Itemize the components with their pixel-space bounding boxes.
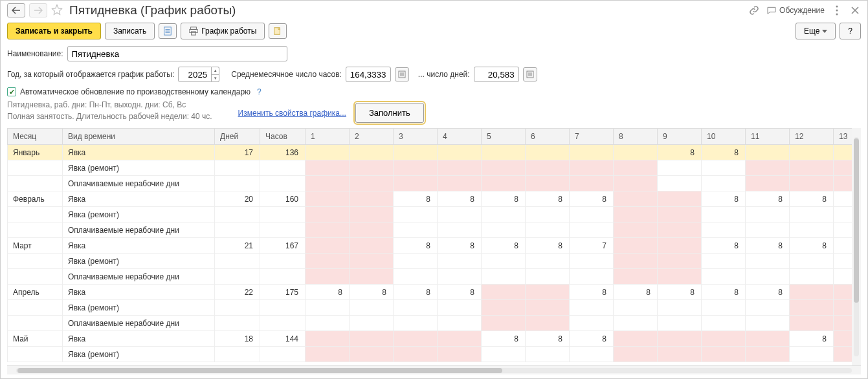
auto-update-checkbox[interactable]: ✔ [7,87,16,96]
col-header-hours[interactable]: Часов [260,129,306,145]
print-schedule-label: График работы [201,27,256,36]
col-header-day[interactable]: 8 [614,129,658,145]
table-row[interactable]: Оплачиваемые нерабочие дни [8,316,862,331]
table-row[interactable]: Явка (ремонт) [8,347,862,362]
favorite-star-icon[interactable] [51,4,63,17]
col-header-month[interactable]: Месяц [8,129,63,145]
nav-back-button[interactable] [7,3,25,17]
table-row[interactable]: Оплачиваемые нерабочие дни [8,176,862,191]
avg-hours-label: Среднемесячное число часов: [231,70,342,79]
name-label: Наименование: [7,49,63,58]
table-row[interactable]: МартЯвка21167888878888 [8,238,862,254]
svg-rect-8 [190,29,197,32]
name-input[interactable] [67,46,287,61]
vertical-scrollbar[interactable] [852,128,861,365]
table-row[interactable]: ЯнварьЯвка1713688 [8,145,862,160]
avg-days-value[interactable] [474,67,519,82]
svg-point-2 [836,14,838,16]
table-row[interactable]: Явка (ремонт) [8,207,862,222]
table-row[interactable]: АпрельЯвка22175888888888 [8,285,862,300]
schedule-info: Пятидневка, раб. дни: Пн-Пт, выходн. дни… [7,99,212,122]
col-header-day[interactable]: 10 [702,129,746,145]
fill-button[interactable]: Заполнить [355,103,424,123]
save-button[interactable]: Записать [105,23,155,39]
table-row[interactable]: Явка (ремонт) [8,300,862,316]
save-close-button[interactable]: Записать и закрыть [7,23,101,39]
svg-rect-9 [192,32,196,35]
page-title: Пятидневка (График работы) [69,3,236,17]
col-header-day[interactable]: 12 [790,129,834,145]
col-header-day[interactable]: 6 [526,129,570,145]
print-schedule-button[interactable]: График работы [181,23,265,39]
calc-days-button[interactable] [523,67,537,81]
col-header-day[interactable]: 4 [438,129,482,145]
svg-point-1 [836,10,838,12]
svg-rect-7 [191,27,197,30]
col-header-day[interactable]: 2 [350,129,394,145]
year-spinner[interactable]: ▲▼ [212,67,219,82]
col-header-day[interactable]: 5 [482,129,526,145]
more-label: Еще [804,27,819,36]
horizontal-scrollbar[interactable] [7,365,861,374]
table-row[interactable]: Оплачиваемые нерабочие дни [8,222,862,238]
nav-forward-button[interactable] [29,3,47,17]
table-row[interactable]: Явка (ремонт) [8,160,862,176]
change-properties-link[interactable]: Изменить свойства графика... [238,109,346,118]
col-header-day[interactable]: 1 [306,129,350,145]
year-label: Год, за который отображается график рабо… [7,70,174,79]
calc-hours-button[interactable] [395,67,409,81]
attachment-button[interactable] [269,23,287,39]
schedule-table[interactable]: МесяцВид времениДнейЧасов123456789101112… [7,128,861,362]
col-header-day[interactable]: 7 [570,129,614,145]
help-button[interactable]: ? [840,23,861,39]
help-link[interactable]: ? [257,87,262,96]
table-row[interactable]: МайЯвка181448888 [8,331,862,347]
discuss-label: Обсуждение [779,6,825,15]
avg-hours-value[interactable] [346,67,391,82]
link-icon[interactable] [748,5,760,16]
list-button[interactable] [159,23,177,39]
table-row[interactable]: ФевральЯвка20160888888888 [8,191,862,207]
auto-update-label: Автоматическое обновление по производств… [20,87,250,96]
table-row[interactable]: Явка (ремонт) [8,254,862,269]
table-row[interactable]: Оплачиваемые нерабочие дни [8,269,862,285]
close-icon[interactable] [849,5,861,16]
col-header-type[interactable]: Вид времени [63,129,215,145]
col-header-day[interactable]: 3 [394,129,438,145]
year-input[interactable] [178,67,212,82]
discuss-button[interactable]: Обсуждение [766,5,825,16]
col-header-day[interactable]: 9 [658,129,702,145]
avg-days-label: ... число дней: [418,70,470,79]
svg-point-0 [836,6,838,8]
more-button[interactable]: Еще [796,23,836,39]
col-header-day[interactable]: 11 [746,129,790,145]
menu-dots-icon[interactable] [831,5,843,16]
col-header-days[interactable]: Дней [215,129,260,145]
